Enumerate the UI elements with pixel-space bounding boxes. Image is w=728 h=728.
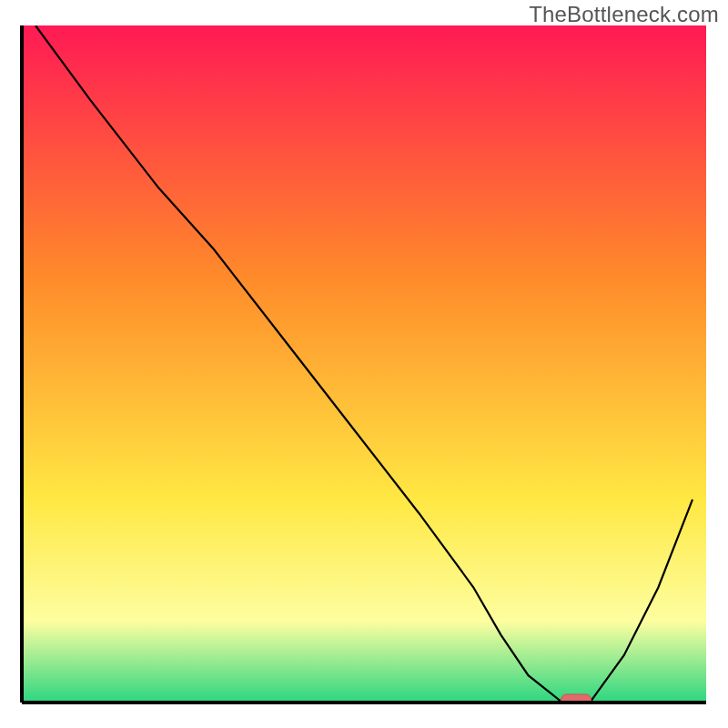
watermark-label: TheBottleneck.com (529, 2, 719, 27)
bottleneck-chart (0, 0, 728, 728)
gradient-background (22, 25, 706, 703)
chart-wrapper: TheBottleneck.com (0, 0, 728, 728)
